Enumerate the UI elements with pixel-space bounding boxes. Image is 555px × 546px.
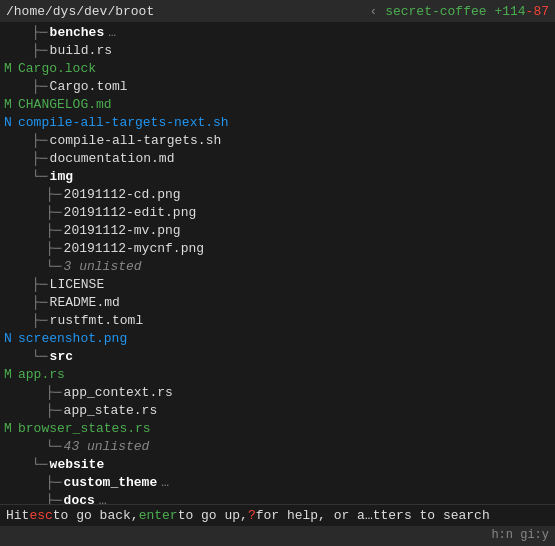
git-marker: M (4, 60, 18, 78)
tree-branch-icon: └─ (46, 258, 62, 276)
header-bar: /home/dys/dev/broot ‹ secret-coffee +114… (0, 0, 555, 22)
file-name: browser_states.rs (18, 420, 151, 438)
file-suffix: … (161, 474, 169, 492)
list-item[interactable]: ├─20191112-mv.png (0, 222, 555, 240)
file-name: rustfmt.toml (50, 312, 144, 330)
tree-branch-icon: └─ (46, 438, 62, 456)
tree-branch-icon: ├─ (46, 186, 62, 204)
branch-name: secret-coffee (385, 4, 486, 19)
tree-branch-icon: └─ (32, 168, 48, 186)
list-item[interactable]: └─src (0, 348, 555, 366)
tree-branch-icon: ├─ (32, 294, 48, 312)
list-item[interactable]: MCargo.lock (0, 60, 555, 78)
file-name: compile-all-targets.sh (50, 132, 222, 150)
tree-branch-icon: ├─ (32, 42, 48, 60)
file-name: 20191112-mv.png (64, 222, 181, 240)
footer-right: h:n gi:y (491, 528, 549, 544)
list-item[interactable]: ├─build.rs (0, 42, 555, 60)
file-name: documentation.md (50, 150, 175, 168)
changes-plus: +114 (494, 4, 525, 19)
list-item[interactable]: ├─Cargo.toml (0, 78, 555, 96)
file-name: src (50, 348, 73, 366)
list-item[interactable]: └─43 unlisted (0, 438, 555, 456)
file-name: CHANGELOG.md (18, 96, 112, 114)
file-suffix: … (108, 24, 116, 42)
tree-branch-icon: ├─ (46, 384, 62, 402)
list-item[interactable]: ├─LICENSE (0, 276, 555, 294)
file-name: app.rs (18, 366, 65, 384)
file-name: 3 unlisted (64, 258, 142, 276)
list-item[interactable]: └─img (0, 168, 555, 186)
file-name: website (50, 456, 105, 474)
file-name: benches (50, 24, 105, 42)
status-bar: Hit esc to go back, enter to go up, ? fo… (0, 504, 555, 526)
tree-branch-icon: ├─ (46, 240, 62, 258)
esc-key: esc (29, 508, 52, 523)
list-item[interactable]: ├─docs … (0, 492, 555, 504)
help-action: for help, or a…tters to search (256, 508, 490, 523)
git-marker: M (4, 366, 18, 384)
tree-branch-icon: ├─ (46, 402, 62, 420)
changes-minus: -87 (526, 4, 549, 19)
list-item[interactable]: Nscreenshot.png (0, 330, 555, 348)
git-marker: N (4, 330, 18, 348)
list-item[interactable]: Ncompile-all-targets-next.sh (0, 114, 555, 132)
tree-branch-icon: ├─ (46, 474, 62, 492)
list-item[interactable]: ├─20191112-mycnf.png (0, 240, 555, 258)
list-item[interactable]: ├─custom_theme … (0, 474, 555, 492)
file-name: Cargo.lock (18, 60, 96, 78)
list-item[interactable]: ├─20191112-edit.png (0, 204, 555, 222)
tree-branch-icon: └─ (32, 348, 48, 366)
tree-branch-icon: ├─ (46, 492, 62, 504)
file-name: 20191112-cd.png (64, 186, 181, 204)
list-item[interactable]: ├─compile-all-targets.sh (0, 132, 555, 150)
file-name: build.rs (50, 42, 112, 60)
h-label: h:n (491, 528, 513, 542)
file-list: ├─benches … ├─build.rsMCargo.lock ├─Carg… (0, 22, 555, 504)
list-item[interactable]: ├─README.md (0, 294, 555, 312)
tree-branch-icon: ├─ (32, 132, 48, 150)
enter-action: to go up, (178, 508, 248, 523)
file-name: README.md (50, 294, 120, 312)
file-name: app_context.rs (64, 384, 173, 402)
file-name: img (50, 168, 73, 186)
enter-key: enter (139, 508, 178, 523)
tree-branch-icon: ├─ (32, 150, 48, 168)
file-name: 20191112-edit.png (64, 204, 197, 222)
file-name: 43 unlisted (64, 438, 150, 456)
list-item[interactable]: ├─rustfmt.toml (0, 312, 555, 330)
tree-branch-icon: ├─ (46, 204, 62, 222)
list-item[interactable]: ├─app_context.rs (0, 384, 555, 402)
list-item[interactable]: ├─app_state.rs (0, 402, 555, 420)
list-item[interactable]: ├─benches … (0, 24, 555, 42)
tree-branch-icon: ├─ (46, 222, 62, 240)
list-item[interactable]: └─3 unlisted (0, 258, 555, 276)
status-prefix: Hit (6, 508, 29, 523)
file-name: Cargo.toml (50, 78, 128, 96)
file-name: 20191112-mycnf.png (64, 240, 204, 258)
file-name: LICENSE (50, 276, 105, 294)
file-name: docs (64, 492, 95, 504)
tree-branch-icon: ├─ (32, 24, 48, 42)
terminal-window: /home/dys/dev/broot ‹ secret-coffee +114… (0, 0, 555, 546)
list-item[interactable]: Mbrowser_states.rs (0, 420, 555, 438)
tree-branch-icon: ├─ (32, 78, 48, 96)
esc-action: to go back, (53, 508, 139, 523)
tree-branch-icon: ├─ (32, 276, 48, 294)
list-item[interactable]: MCHANGELOG.md (0, 96, 555, 114)
git-marker: N (4, 114, 18, 132)
tree-branch-icon: ├─ (32, 312, 48, 330)
list-item[interactable]: ├─documentation.md (0, 150, 555, 168)
list-item[interactable]: └─website (0, 456, 555, 474)
file-suffix: … (99, 492, 107, 504)
file-name: app_state.rs (64, 402, 158, 420)
branch-info: ‹ secret-coffee +114-87 (370, 4, 549, 19)
file-name: compile-all-targets-next.sh (18, 114, 229, 132)
file-name: custom_theme (64, 474, 158, 492)
git-marker: M (4, 96, 18, 114)
help-key: ? (248, 508, 256, 523)
git-marker: M (4, 420, 18, 438)
gi-label: gi:y (520, 528, 549, 542)
list-item[interactable]: Mapp.rs (0, 366, 555, 384)
list-item[interactable]: ├─20191112-cd.png (0, 186, 555, 204)
